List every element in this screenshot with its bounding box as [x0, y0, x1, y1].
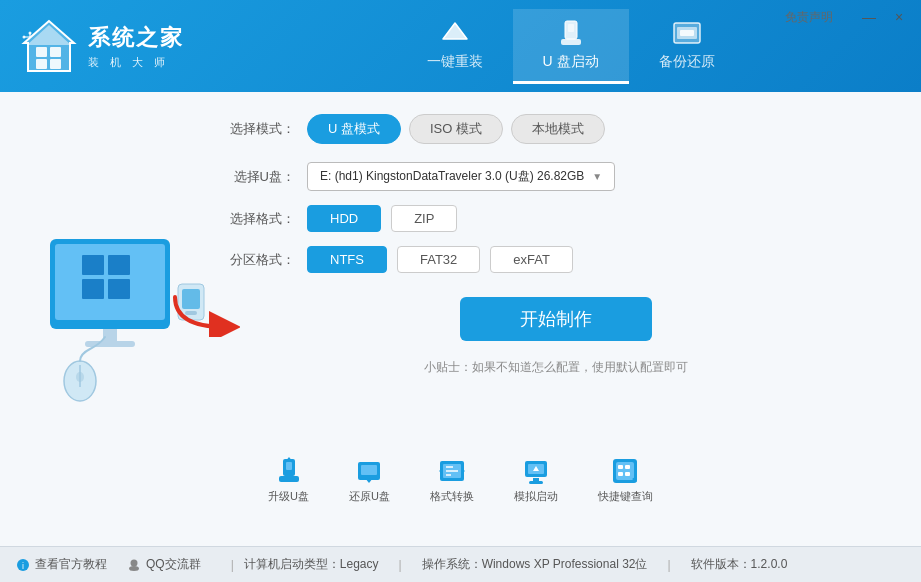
partition-row: 分区格式： NTFS FAT32 exFAT — [230, 246, 881, 273]
svg-rect-21 — [82, 279, 104, 299]
svg-point-9 — [29, 32, 32, 35]
svg-rect-3 — [50, 47, 61, 57]
tool-format-convert[interactable]: 格式转换 — [430, 457, 474, 504]
tutorial-label: 查看官方教程 — [35, 556, 107, 573]
shortcut-query-icon — [609, 457, 641, 485]
upgrade-udisk-icon — [273, 457, 305, 485]
format-row: 选择格式： HDD ZIP — [230, 205, 881, 232]
tool-format-convert-label: 格式转换 — [430, 489, 474, 504]
svg-rect-23 — [103, 329, 117, 343]
svg-point-8 — [23, 36, 26, 39]
udisk-select-row: 选择U盘： E: (hd1) KingstonDataTraveler 3.0 … — [230, 162, 881, 191]
svg-marker-10 — [443, 23, 467, 39]
tool-upgrade-label: 升级U盘 — [268, 489, 309, 504]
svg-rect-49 — [529, 481, 543, 484]
svg-rect-13 — [561, 39, 581, 45]
tool-shortcut-label: 快捷键查询 — [598, 489, 653, 504]
version-text: 软件版本：1.2.0.0 — [691, 556, 788, 573]
svg-rect-5 — [50, 59, 61, 69]
svg-rect-4 — [36, 59, 47, 69]
tab-udisk-label: U 盘启动 — [543, 53, 599, 71]
svg-rect-37 — [361, 465, 377, 475]
qq-icon — [127, 558, 141, 572]
simulate-boot-icon — [520, 457, 552, 485]
sep1: | — [231, 558, 234, 572]
partition-ntfs-btn[interactable]: NTFS — [307, 246, 387, 273]
udisk-nav-icon — [553, 17, 589, 49]
restore-udisk-icon — [353, 457, 385, 485]
logo-text: 系统之家 装 机 大 师 — [88, 23, 184, 70]
udisk-value: E: (hd1) KingstonDataTraveler 3.0 (U盘) 2… — [320, 168, 584, 185]
tutorial-link[interactable]: i 查看官方教程 — [16, 556, 107, 573]
qq-group-link[interactable]: QQ交流群 — [127, 556, 201, 573]
tab-udisk[interactable]: U 盘启动 — [513, 9, 629, 84]
svg-rect-52 — [616, 462, 634, 480]
logo-area: 系统之家 装 机 大 师 — [0, 17, 220, 75]
svg-rect-56 — [625, 472, 630, 476]
partition-fat32-btn[interactable]: FAT32 — [397, 246, 480, 273]
boot-type-text: 计算机启动类型：Legacy — [244, 556, 379, 573]
svg-point-60 — [131, 559, 138, 566]
format-hdd-btn[interactable]: HDD — [307, 205, 381, 232]
svg-point-30 — [76, 372, 84, 382]
tab-reinstall-label: 一键重装 — [427, 53, 483, 71]
svg-rect-2 — [36, 47, 47, 57]
tip-text: 小贴士：如果不知道怎么配置，使用默认配置即可 — [230, 359, 881, 376]
status-bar: i 查看官方教程 QQ交流群 | 计算机启动类型：Legacy | 操作系统：W… — [0, 546, 921, 582]
start-btn-row: 开始制作 — [230, 297, 881, 341]
svg-point-61 — [129, 566, 139, 571]
bottom-toolbar: 升级U盘 还原U盘 — [0, 453, 921, 510]
svg-rect-22 — [108, 279, 130, 299]
sep3: | — [667, 558, 670, 572]
title-bar: 免责声明 — × — [777, 0, 921, 34]
logo-sub-text: 装 机 大 师 — [88, 55, 184, 70]
tool-simulate-label: 模拟启动 — [514, 489, 558, 504]
close-button[interactable]: × — [885, 6, 913, 28]
tab-backup[interactable]: 备份还原 — [629, 9, 745, 84]
svg-rect-34 — [279, 476, 299, 482]
svg-rect-55 — [618, 472, 623, 476]
disclaimer-link[interactable]: 免责声明 — [785, 9, 833, 26]
tool-simulate[interactable]: 模拟启动 — [514, 457, 558, 504]
tool-shortcut[interactable]: 快捷键查询 — [598, 457, 653, 504]
tool-upgrade[interactable]: 升级U盘 — [268, 457, 309, 504]
main-content: 选择模式： U 盘模式 ISO 模式 本地模式 选择U盘： E: (hd1) K… — [0, 92, 921, 546]
mode-udisk-btn[interactable]: U 盘模式 — [307, 114, 401, 144]
start-make-button[interactable]: 开始制作 — [460, 297, 652, 341]
tool-restore[interactable]: 还原U盘 — [349, 457, 390, 504]
tool-restore-label: 还原U盘 — [349, 489, 390, 504]
svg-rect-19 — [82, 255, 104, 275]
format-label: 选择格式： — [230, 210, 295, 228]
svg-rect-24 — [85, 341, 135, 347]
logo-main-text: 系统之家 — [88, 23, 184, 53]
mode-iso-btn[interactable]: ISO 模式 — [409, 114, 503, 144]
svg-marker-38 — [365, 478, 373, 483]
svg-rect-12 — [568, 24, 574, 32]
mode-local-btn[interactable]: 本地模式 — [511, 114, 605, 144]
udisk-label: 选择U盘： — [230, 168, 295, 186]
udisk-dropdown[interactable]: E: (hd1) KingstonDataTraveler 3.0 (U盘) 2… — [307, 162, 615, 191]
partition-label: 分区格式： — [230, 251, 295, 269]
arrow-container — [170, 287, 240, 341]
svg-text:i: i — [22, 561, 24, 571]
logo-icon — [20, 17, 78, 75]
sep2: | — [399, 558, 402, 572]
mode-row: 选择模式： U 盘模式 ISO 模式 本地模式 — [230, 114, 881, 144]
qq-label: QQ交流群 — [146, 556, 201, 573]
mode-label: 选择模式： — [230, 120, 295, 138]
format-convert-icon — [436, 457, 468, 485]
minimize-button[interactable]: — — [855, 6, 883, 28]
arrow-icon — [170, 287, 240, 337]
tab-reinstall[interactable]: 一键重装 — [397, 9, 513, 84]
backup-icon — [669, 17, 705, 49]
tutorial-icon: i — [16, 558, 30, 572]
partition-exfat-btn[interactable]: exFAT — [490, 246, 573, 273]
os-text: 操作系统：Windows XP Professional 32位 — [422, 556, 648, 573]
svg-rect-54 — [625, 465, 630, 469]
reinstall-icon — [437, 17, 473, 49]
format-zip-btn[interactable]: ZIP — [391, 205, 457, 232]
dropdown-arrow-icon: ▼ — [592, 171, 602, 182]
svg-rect-53 — [618, 465, 623, 469]
tab-backup-label: 备份还原 — [659, 53, 715, 71]
svg-rect-16 — [680, 30, 694, 36]
